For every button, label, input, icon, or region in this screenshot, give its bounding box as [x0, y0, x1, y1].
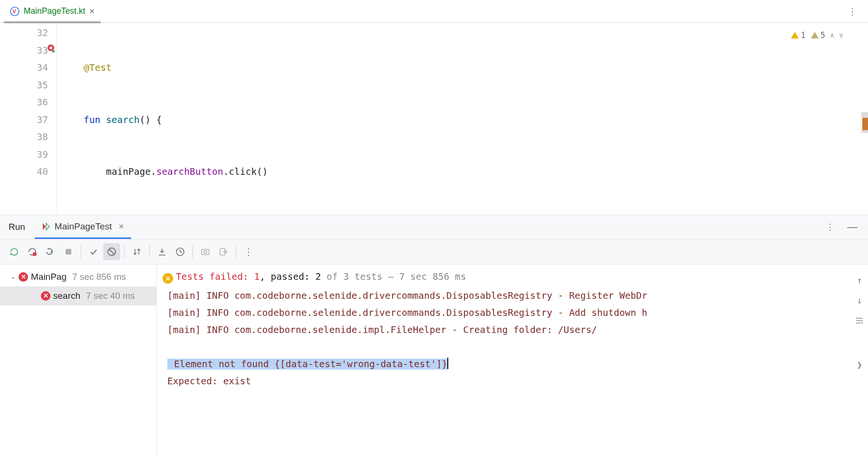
svg-point-6	[33, 252, 37, 256]
test-console[interactable]: ✕Tests failed: 1, passed: 2 of 3 tests –…	[157, 265, 868, 456]
run-options-icon[interactable]: ⋮	[819, 222, 841, 232]
gutter: 32 33 34 35 36 37 38 39 40	[0, 23, 57, 215]
prev-highlight-icon[interactable]: ∧	[830, 27, 834, 44]
log-line: [main] INFO com.codeborne.selenide.drive…	[161, 304, 864, 322]
minimize-tool-window-icon[interactable]: —	[841, 221, 863, 233]
error-line: Element not found {[data-test='wrong-dat…	[161, 356, 864, 373]
soft-wrap-icon[interactable]	[853, 314, 866, 327]
show-passed-button[interactable]	[85, 243, 102, 260]
test-method-node[interactable]: ✕ search 7 sec 40 ms	[0, 286, 156, 305]
next-highlight-icon[interactable]: ∨	[839, 27, 843, 44]
test-status-summary: ✕Tests failed: 1, passed: 2 of 3 tests –…	[161, 268, 864, 285]
file-tab-label: MainPageTest.kt	[24, 6, 85, 16]
scroll-down-icon[interactable]: ↓	[853, 294, 866, 307]
rerun-failed-button[interactable]	[24, 243, 41, 260]
svg-rect-10	[202, 249, 209, 255]
test-results: ⌄ ✕ MainPag 7 sec 856 ms ✕ search 7 sec …	[0, 265, 868, 456]
collapse-icon[interactable]: ⌄	[10, 273, 16, 280]
scroll-to-end-icon[interactable]: ❯	[853, 359, 866, 372]
error-line: Expected: exist	[161, 373, 864, 390]
sort-button[interactable]	[128, 243, 145, 260]
code-area[interactable]: @Test fun search() { mainPage.searchButt…	[57, 23, 868, 215]
import-tests-button[interactable]	[154, 243, 171, 260]
close-run-tab-icon[interactable]: ✕	[118, 222, 125, 231]
show-ignored-button[interactable]	[103, 243, 120, 260]
code-editor[interactable]: 32 33 34 35 36 37 38 39 40 @Test fun sea…	[0, 23, 868, 215]
run-config-icon	[41, 222, 51, 231]
tab-options-icon[interactable]: ⋮	[841, 6, 864, 17]
run-configuration-tab[interactable]: MainPageTest ✕	[35, 216, 131, 239]
svg-point-2	[49, 47, 52, 49]
run-tool-window-header: Run MainPageTest ✕ ⋮ —	[0, 215, 868, 240]
run-toolbar: ⋮	[0, 240, 868, 265]
file-tab[interactable]: MainPageTest.kt ✕	[4, 2, 101, 20]
stop-button[interactable]	[60, 243, 77, 260]
test-history-button[interactable]	[172, 243, 189, 260]
exit-button[interactable]	[215, 243, 232, 260]
test-failed-icon: ✕	[41, 291, 50, 301]
log-line: [main] INFO com.codeborne.selenide.drive…	[161, 287, 864, 304]
svg-rect-7	[66, 249, 71, 255]
console-side-toolbar: ↑ ↓ ❯	[853, 274, 866, 327]
kotlin-test-file-icon	[10, 6, 20, 17]
screenshot-button[interactable]	[197, 243, 214, 260]
inspections-widget[interactable]: 1 5 ∧ ∨	[791, 27, 843, 44]
more-toolbar-icon[interactable]: ⋮	[240, 246, 258, 257]
log-line: [main] INFO com.codeborne.selenide.impl.…	[161, 322, 864, 339]
status-failed-icon: ✕	[163, 273, 173, 284]
toggle-auto-test-button[interactable]	[42, 243, 59, 260]
scroll-up-icon[interactable]: ↑	[853, 274, 866, 287]
test-class-node[interactable]: ⌄ ✕ MainPag 7 sec 856 ms	[0, 267, 156, 286]
test-failed-icon: ✕	[19, 272, 28, 282]
test-tree[interactable]: ⌄ ✕ MainPag 7 sec 856 ms ✕ search 7 sec …	[0, 265, 157, 456]
rerun-button[interactable]	[6, 243, 23, 260]
weak-warning-icon: 5	[810, 27, 825, 44]
run-test-gutter-icon[interactable]	[47, 42, 57, 60]
close-tab-icon[interactable]: ✕	[89, 7, 95, 16]
svg-point-11	[204, 251, 207, 254]
editor-tab-bar: MainPageTest.kt ✕ ⋮	[0, 0, 868, 23]
error-stripe-marker[interactable]	[861, 118, 868, 130]
warning-icon: 1	[791, 27, 805, 44]
tool-window-title: Run	[9, 222, 25, 232]
text-caret	[447, 358, 448, 369]
